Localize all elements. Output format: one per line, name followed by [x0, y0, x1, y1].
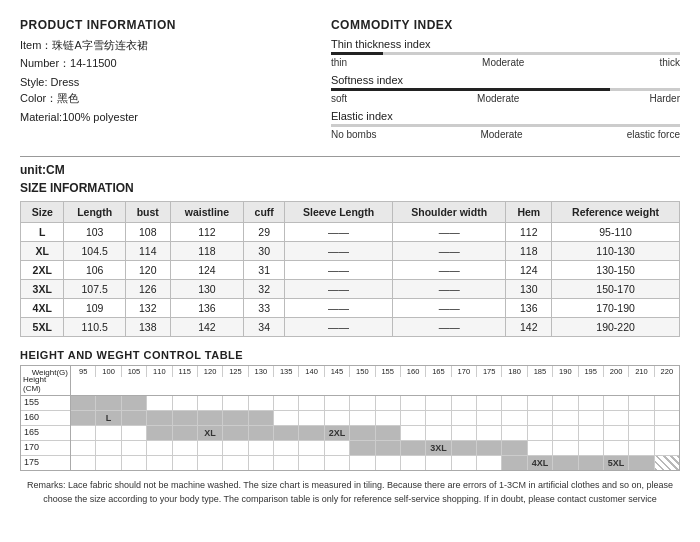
thin-thickness-scale: thin Moderate thick: [331, 57, 680, 68]
hw-weight-col: 130: [249, 366, 274, 377]
thick-label: thick: [659, 57, 680, 68]
hw-data-cell: [147, 456, 172, 470]
hw-height-cell: 160: [21, 411, 70, 426]
hw-weight-col: 100: [96, 366, 121, 377]
hw-data-cell: [604, 426, 629, 440]
hw-weight-col: 105: [122, 366, 147, 377]
hw-height-corner-label: Height(CM): [23, 375, 46, 393]
hw-data-grid: LXL2XL3XL4XL5XL: [71, 396, 679, 470]
hw-data-cell: [198, 411, 223, 425]
hw-data-cell: 3XL: [426, 441, 451, 455]
hw-data-cell: [426, 456, 451, 470]
hw-weight-col: 195: [579, 366, 604, 377]
softness-index-row: Softness index soft Moderate Harder: [331, 74, 680, 104]
hw-data-cell: [147, 411, 172, 425]
col-hem: Hem: [506, 202, 552, 223]
hw-weight-col: 180: [502, 366, 527, 377]
hw-data-cell: [223, 456, 248, 470]
hw-height-cell: 155: [21, 396, 70, 411]
hw-weight-col: 220: [655, 366, 679, 377]
table-row: L10310811229————11295-110: [21, 223, 680, 242]
hw-data-cell: 2XL: [325, 426, 350, 440]
hw-data-cell: [274, 411, 299, 425]
hw-weight-col: 155: [376, 366, 401, 377]
hw-data-cell: [629, 441, 654, 455]
hw-data-cell: [249, 396, 274, 410]
hw-top-header: Weight(G) Height(CM) 9510010511011512012…: [21, 366, 679, 396]
hw-size-label: 5XL: [608, 458, 625, 468]
hw-data-cell: 5XL: [604, 456, 629, 470]
hw-data-cell: [604, 411, 629, 425]
hw-data-cell: 4XL: [528, 456, 553, 470]
hw-data-cell: [173, 396, 198, 410]
hw-title: HEIGHT AND WEGHT CONTROL TABLE: [20, 349, 680, 361]
hw-data-cell: [655, 426, 679, 440]
hw-data-cell: [122, 396, 147, 410]
thin-thickness-bar: [331, 52, 680, 55]
moderate-label-3: Moderate: [480, 129, 522, 140]
hw-data-cell: [579, 426, 604, 440]
hw-data-cell: [299, 426, 324, 440]
hw-weight-col: 170: [452, 366, 477, 377]
hw-data-cell: [528, 411, 553, 425]
hw-data-cell: [223, 426, 248, 440]
hw-weight-col: 200: [604, 366, 629, 377]
hw-height-cell: 170: [21, 441, 70, 456]
hw-data-cell: [604, 441, 629, 455]
hw-data-cell: [452, 411, 477, 425]
hw-data-cell: [553, 456, 578, 470]
hw-section: HEIGHT AND WEGHT CONTROL TABLE Weight(G)…: [20, 349, 680, 471]
hw-size-label: XL: [204, 428, 216, 438]
hw-data-cell: [223, 441, 248, 455]
hw-data-row: L: [71, 411, 679, 426]
hw-data-cell: [71, 396, 96, 410]
hw-data-cell: [553, 426, 578, 440]
elastic-force-label: elastic force: [627, 129, 680, 140]
hw-data-cell: [71, 441, 96, 455]
hw-data-cell: [71, 456, 96, 470]
hw-data-cell: [173, 456, 198, 470]
hw-data-cell: [655, 411, 679, 425]
hw-data-cell: [249, 426, 274, 440]
hw-data-cell: [579, 456, 604, 470]
hw-data-cell: [350, 411, 375, 425]
product-info: PRODUCT INFORMATION Item：珠链A字雪纺连衣裙 Numbe…: [20, 18, 311, 146]
hw-weight-col: 150: [350, 366, 375, 377]
thin-label: thin: [331, 57, 347, 68]
hw-data-cell: [325, 396, 350, 410]
hw-weight-col: 115: [173, 366, 198, 377]
hw-data-cell: [401, 456, 426, 470]
col-length: Length: [64, 202, 125, 223]
elastic-index-row: Elastic index No bombs Moderate elastic …: [331, 110, 680, 140]
thin-thickness-fill: [331, 52, 383, 55]
hw-weight-cols: 9510010511011512012513013514014515015516…: [71, 366, 679, 377]
hw-weight-col: 140: [299, 366, 324, 377]
commodity-index-title: COMMODITY INDEX: [331, 18, 680, 32]
softness-label: Softness index: [331, 74, 680, 86]
hw-data-cell: [350, 456, 375, 470]
hw-data-cell: [299, 456, 324, 470]
hw-weight-col: 210: [629, 366, 654, 377]
hw-data-cell: [477, 396, 502, 410]
hw-data-row: [71, 396, 679, 411]
hw-data-cell: [655, 396, 679, 410]
hw-data-cell: [579, 441, 604, 455]
col-waistline: waistline: [170, 202, 243, 223]
hw-data-cell: [147, 426, 172, 440]
hw-data-cell: [376, 396, 401, 410]
hw-data-cell: [376, 426, 401, 440]
col-shoulder-width: Shoulder width: [392, 202, 506, 223]
remarks: Remarks: Lace fabric should not be machi…: [20, 479, 680, 506]
moderate-label-2: Moderate: [477, 93, 519, 104]
hw-data-cell: [223, 411, 248, 425]
elastic-bar: [331, 124, 680, 127]
hw-data-cell: [96, 456, 121, 470]
hw-data-cell: [350, 426, 375, 440]
hw-data-cell: [426, 396, 451, 410]
table-row: 5XL110.513814234————142190-220: [21, 318, 680, 337]
hw-data-cell: [528, 426, 553, 440]
hw-weight-col: 165: [426, 366, 451, 377]
hw-data-cell: [122, 411, 147, 425]
hw-data-cell: L: [96, 411, 121, 425]
harder-label: Harder: [649, 93, 680, 104]
